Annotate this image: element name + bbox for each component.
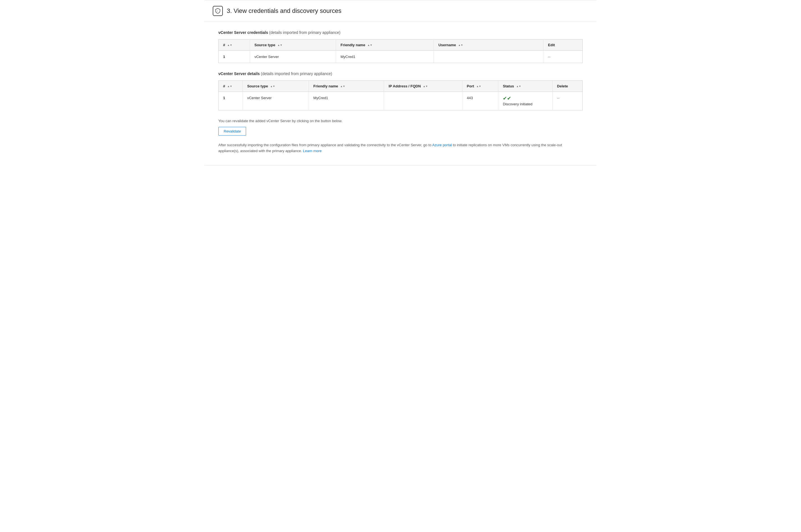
- credentials-cell-num: 1: [219, 51, 250, 63]
- details-col-status[interactable]: Status ▲▼: [498, 81, 553, 92]
- details-cell-delete: --: [553, 92, 582, 110]
- sort-icon-num: ▲▼: [227, 44, 232, 46]
- status-check-icon: ✔✔: [503, 96, 548, 101]
- credentials-table: # ▲▼ Source type ▲▼ Friendly name ▲▼ U: [218, 39, 583, 63]
- sort-icon-details-status: ▲▼: [516, 85, 521, 88]
- details-cell-num: 1: [219, 92, 243, 110]
- shield-icon: !: [213, 6, 223, 16]
- sort-icon-details-port: ▲▼: [476, 85, 481, 88]
- details-cell-status: ✔✔ Discovery initiated: [498, 92, 553, 110]
- credentials-col-edit: Edit: [543, 39, 583, 51]
- details-table-header-row: # ▲▼ Source type ▲▼ Friendly name ▲▼ I: [219, 81, 583, 92]
- footer-text: After successfully importing the configu…: [218, 142, 583, 154]
- credentials-cell-username: [434, 51, 543, 63]
- main-content: vCenter Server credentials (details impo…: [204, 22, 597, 165]
- header-section: ! 3. View credentials and discovery sour…: [204, 0, 597, 22]
- credentials-section-title: vCenter Server credentials (details impo…: [218, 30, 583, 35]
- details-cell-ip: [384, 92, 462, 110]
- details-cell-friendly: MyCred1: [309, 92, 384, 110]
- details-section: vCenter Server details (details imported…: [218, 72, 583, 110]
- details-cell-port: 443: [462, 92, 498, 110]
- revalidate-section: You can revalidate the added vCenter Ser…: [218, 119, 583, 136]
- sort-icon-source: ▲▼: [277, 44, 282, 46]
- details-col-delete: Delete: [553, 81, 582, 92]
- page-container: ! 3. View credentials and discovery sour…: [204, 0, 597, 166]
- details-col-num[interactable]: # ▲▼: [219, 81, 243, 92]
- revalidate-button[interactable]: Revalidate: [218, 127, 246, 136]
- credentials-cell-source: vCenter Server: [250, 51, 336, 63]
- details-section-title: vCenter Server details (details imported…: [218, 72, 583, 76]
- credentials-section: vCenter Server credentials (details impo…: [218, 30, 583, 63]
- table-row: 1 vCenter Server MyCred1 443 ✔✔ Discover…: [219, 92, 583, 110]
- details-col-source[interactable]: Source type ▲▼: [242, 81, 309, 92]
- credentials-cell-friendly: MyCred1: [336, 51, 434, 63]
- credentials-col-num[interactable]: # ▲▼: [219, 39, 250, 51]
- credentials-col-source[interactable]: Source type ▲▼: [250, 39, 336, 51]
- sort-icon-details-friendly: ▲▼: [340, 85, 345, 88]
- credentials-subtitle: (details imported from primary appliance…: [269, 30, 340, 35]
- credentials-cell-edit: --: [543, 51, 583, 63]
- credentials-col-friendly[interactable]: Friendly name ▲▼: [336, 39, 434, 51]
- details-cell-source: vCenter Server: [242, 92, 309, 110]
- credentials-table-header-row: # ▲▼ Source type ▲▼ Friendly name ▲▼ U: [219, 39, 583, 51]
- revalidate-info-text: You can revalidate the added vCenter Ser…: [218, 119, 583, 123]
- sort-icon-details-source: ▲▼: [270, 85, 275, 88]
- azure-portal-link[interactable]: Azure portal: [432, 143, 452, 147]
- sort-icon-details-num: ▲▼: [227, 85, 232, 88]
- sort-icon-username: ▲▼: [458, 44, 463, 46]
- sort-icon-details-ip: ▲▼: [423, 85, 428, 88]
- learn-more-link[interactable]: Learn more: [303, 149, 321, 153]
- svg-text:!: !: [217, 10, 218, 13]
- status-text: Discovery initiated: [503, 102, 548, 106]
- details-table: # ▲▼ Source type ▲▼ Friendly name ▲▼ I: [218, 80, 583, 110]
- details-col-ip[interactable]: IP Address / FQDN ▲▼: [384, 81, 462, 92]
- sort-icon-friendly: ▲▼: [368, 44, 372, 46]
- details-col-friendly[interactable]: Friendly name ▲▼: [309, 81, 384, 92]
- details-subtitle: (details imported from primary appliance…: [261, 72, 332, 76]
- page-title: 3. View credentials and discovery source…: [227, 7, 341, 15]
- footer-text-before-link1: After successfully importing the configu…: [218, 143, 432, 147]
- credentials-col-username[interactable]: Username ▲▼: [434, 39, 543, 51]
- table-row: 1 vCenter Server MyCred1 --: [219, 51, 583, 63]
- details-col-port[interactable]: Port ▲▼: [462, 81, 498, 92]
